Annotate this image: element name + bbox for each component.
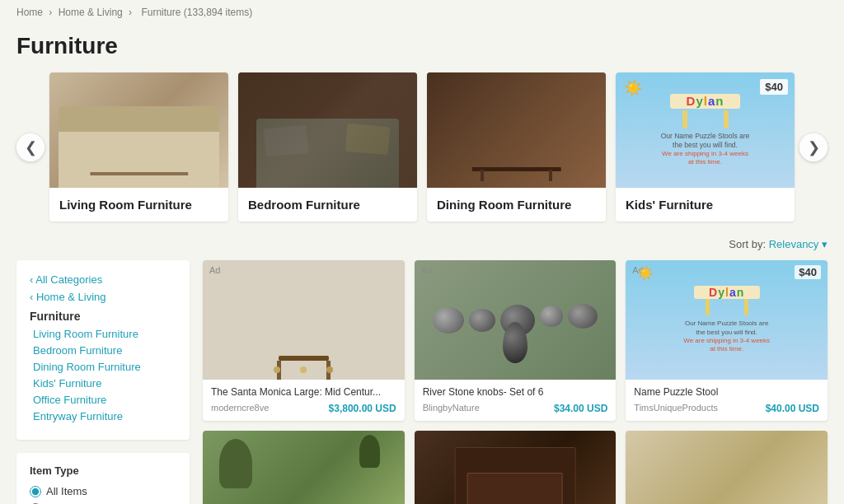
ad-badge-0: Ad — [209, 265, 220, 275]
sidebar-nav: All Categories Home & Living Furniture L… — [16, 260, 190, 440]
product-row-1: Ad — [203, 260, 828, 421]
breadcrumb: Home › Home & Living › Furniture (133,89… — [0, 0, 844, 25]
category-label-bedroom: Bedroom Furniture — [238, 188, 417, 222]
category-label-kids: Kids' Furniture — [616, 188, 795, 222]
breadcrumb-sep1: › — [49, 7, 52, 18]
product-card-2[interactable]: Ad $40 ☀️ Dylan Our Name Puzzle Stools — [626, 260, 828, 421]
product-shop-2: TimsUniqueProducts — [634, 403, 718, 414]
breadcrumb-current: Furniture (133,894 items) — [141, 7, 252, 18]
category-label-dining: Dining Room Furniture — [427, 188, 606, 222]
product-price-2: $40.00 USD — [766, 403, 819, 414]
sidebar-home-living[interactable]: Home & Living — [30, 291, 176, 303]
sidebar-dining-room[interactable]: Dining Room Furniture — [30, 361, 176, 373]
filter-title: Item Type — [30, 464, 176, 477]
category-card-dining[interactable]: Dining Room Furniture — [427, 72, 606, 222]
product-info-1: River Stone knobs- Set of 6 BlingbyNatur… — [415, 380, 617, 421]
sort-dropdown[interactable]: Relevancy — [769, 238, 828, 250]
product-name-2: Name Puzzle Stool — [634, 386, 819, 398]
product-card-4[interactable] — [415, 431, 617, 504]
sidebar-office[interactable]: Office Furniture — [30, 394, 176, 406]
product-card-3[interactable] — [203, 431, 405, 504]
sidebar-entryway[interactable]: Entryway Furniture — [30, 410, 176, 422]
product-info-2: Name Puzzle Stool TimsUniqueProducts $40… — [626, 380, 828, 421]
product-info-0: The Santa Monica Large: Mid Centur... mo… — [203, 380, 405, 421]
product-name-1: River Stone knobs- Set of 6 — [423, 386, 608, 398]
sidebar-bedroom[interactable]: Bedroom Furniture — [30, 344, 176, 357]
breadcrumb-sep2: › — [129, 7, 132, 18]
filter-all-items[interactable]: All Items — [30, 485, 176, 497]
sort-bar: Sort by: Relevancy — [16, 238, 828, 250]
breadcrumb-home-living[interactable]: Home & Living — [59, 7, 123, 18]
category-card-living[interactable]: Living Room Furniture — [49, 72, 228, 222]
sort-label: Sort by: — [729, 238, 766, 250]
sidebar-furniture-title: Furniture — [30, 310, 176, 323]
filter-box: Item Type All Items Handmade — [16, 453, 190, 504]
product-card-5[interactable] — [626, 431, 828, 504]
carousel-prev-button[interactable]: ❮ — [16, 133, 45, 161]
product-price-0: $3,800.00 USD — [329, 403, 396, 414]
products-grid: Ad — [203, 260, 828, 504]
category-label-living: Living Room Furniture — [49, 188, 228, 222]
product-card-0[interactable]: Ad — [203, 260, 405, 421]
sidebar: All Categories Home & Living Furniture L… — [16, 260, 190, 504]
product-shop-0: moderncre8ve — [211, 403, 269, 414]
product-card-1[interactable]: Ad River Stone knobs- Set of 6 — [415, 260, 617, 421]
product-name-0: The Santa Monica Large: Mid Centur... — [211, 386, 396, 398]
category-card-bedroom[interactable]: Bedroom Furniture — [238, 72, 417, 222]
product-price-1: $34.00 USD — [554, 403, 607, 414]
category-card-kids[interactable]: $40 Dylan Our Name Puzzle Stools are the… — [616, 72, 795, 222]
ad-badge-1: Ad — [421, 265, 432, 275]
product-row-2 — [203, 431, 828, 504]
sidebar-kids[interactable]: Kids' Furniture — [30, 377, 176, 390]
breadcrumb-home[interactable]: Home — [16, 7, 43, 18]
filter-all-items-label: All Items — [46, 485, 87, 497]
sidebar-all-categories[interactable]: All Categories — [30, 273, 176, 286]
sidebar-living-room[interactable]: Living Room Furniture — [30, 328, 176, 340]
page-title: Furniture — [16, 33, 828, 59]
filter-all-items-radio[interactable] — [30, 486, 41, 497]
carousel-next-button[interactable]: ❯ — [799, 133, 828, 161]
product-shop-1: BlingbyNature — [423, 403, 480, 414]
